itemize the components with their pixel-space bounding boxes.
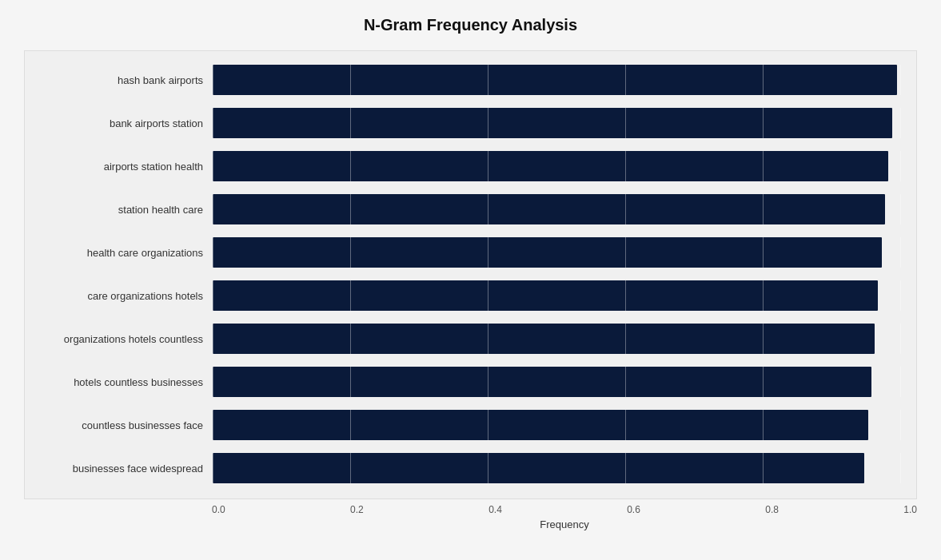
bar-label: countless businesses face [25, 419, 213, 431]
bar-row: businesses face widespread [25, 447, 900, 489]
x-tick-label: 0.0 [212, 504, 225, 515]
bar-fill [213, 237, 882, 268]
bars-container: hash bank airportsbank airports stationa… [25, 59, 900, 489]
bar-fill [213, 280, 878, 311]
bar-label: businesses face widespread [25, 463, 213, 475]
bar-track [213, 108, 900, 138]
bar-label: airports station health [25, 161, 213, 173]
bar-fill [213, 367, 871, 397]
bar-track [213, 367, 900, 397]
bar-track [213, 151, 900, 181]
bar-row: airports station health [25, 145, 900, 187]
bar-fill [213, 453, 864, 483]
bar-row: health care organizations [25, 232, 900, 273]
chart-area: hash bank airportsbank airports stationa… [24, 50, 917, 499]
chart-title: N-Gram Frequency Analysis [24, 16, 917, 34]
bar-label: station health care [25, 204, 213, 216]
x-tick-label: 0.8 [765, 504, 779, 515]
bar-track [213, 324, 900, 354]
chart-container: N-Gram Frequency Analysis hash bank airp… [0, 0, 941, 560]
bar-label: health care organizations [25, 247, 213, 259]
x-axis-labels: 0.00.20.40.60.81.0 [212, 504, 917, 515]
x-tick-label: 0.4 [488, 504, 502, 515]
bar-label: hash bank airports [25, 74, 213, 86]
bar-track [213, 237, 900, 268]
bar-label: bank airports station [25, 117, 213, 129]
bar-row: hotels countless businesses [25, 361, 900, 403]
bar-label: care organizations hotels [25, 290, 213, 302]
bar-row: countless businesses face [25, 404, 900, 446]
bar-track [213, 280, 900, 311]
bar-row: care organizations hotels [25, 275, 900, 316]
bar-row: organizations hotels countless [25, 318, 900, 359]
bar-label: hotels countless businesses [25, 376, 213, 388]
bar-track [213, 410, 900, 440]
bar-track [213, 453, 900, 483]
x-axis-title: Frequency [212, 518, 917, 530]
bar-track [213, 194, 900, 224]
x-tick-label: 0.2 [350, 504, 364, 515]
bar-track [213, 65, 900, 95]
x-tick-label: 0.6 [627, 504, 640, 515]
x-axis-area: 0.00.20.40.60.81.0 Frequency [212, 499, 917, 530]
bar-row: bank airports station [25, 102, 900, 144]
bar-fill [213, 324, 875, 354]
bar-fill [213, 194, 885, 224]
bar-fill [213, 151, 888, 181]
bar-fill [213, 108, 892, 138]
bar-label: organizations hotels countless [25, 333, 213, 345]
x-tick-label: 1.0 [903, 504, 917, 515]
bar-row: hash bank airports [25, 59, 900, 101]
bar-fill [213, 65, 897, 95]
bar-row: station health care [25, 189, 900, 230]
bar-fill [213, 410, 868, 440]
